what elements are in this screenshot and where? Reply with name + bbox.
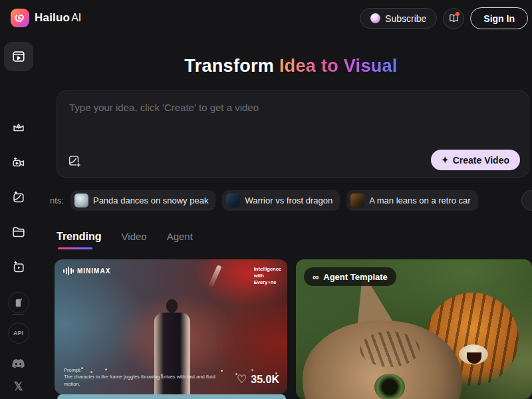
brand-logo[interactable]: HailuoAI xyxy=(11,9,81,27)
video-camera-sparkle-icon xyxy=(11,156,26,170)
card-art xyxy=(166,299,178,313)
brand-name: HailuoAI xyxy=(35,11,81,25)
prompt-chip-panda[interactable]: Panda dances on snowy peak xyxy=(70,190,215,211)
tagline-line: Every●ne xyxy=(254,279,281,286)
sign-in-label: Sign In xyxy=(483,13,515,24)
image-sparkle-icon xyxy=(11,190,26,205)
x-twitter-icon: 𝕏 xyxy=(14,380,23,394)
prompt-text: The character in the frame juggles throw… xyxy=(64,374,223,388)
prompts-label-partial: nts: xyxy=(50,196,64,205)
sidebar-item-create-image[interactable] xyxy=(0,190,37,205)
agent-template-badge[interactable]: ∞ Agent Template xyxy=(304,267,396,286)
tagline-line: with xyxy=(254,273,281,279)
chip-label: Panda dances on snowy peak xyxy=(93,196,208,205)
chip-thumbnail xyxy=(350,194,364,207)
tagline-line: Intelligence xyxy=(254,266,281,273)
sidebar-social-discord[interactable] xyxy=(0,358,37,369)
agent-template-card[interactable]: ∞ Agent Template xyxy=(296,259,532,399)
sidebar-social-x[interactable]: 𝕏 xyxy=(0,380,37,394)
brand-text: Hailuo xyxy=(35,11,70,24)
header-actions: Subscribe Sign In xyxy=(360,7,528,29)
audio-wave-icon xyxy=(63,267,74,275)
title-gradient: Idea to Visual xyxy=(279,56,398,76)
api-badge: API xyxy=(8,323,29,344)
tab-video[interactable]: Video xyxy=(122,231,147,249)
crown-icon xyxy=(11,120,26,134)
minimax-tagline: Intelligence with Every●ne xyxy=(254,266,281,286)
minimax-logo: MINIMAX xyxy=(63,267,110,275)
feed-tabs: Trending Video Agent xyxy=(57,231,193,249)
prompt-suggestions: nts: Panda dances on snowy peak Warrior … xyxy=(50,190,532,211)
video-prompt-caption: Prompt: The character in the frame juggl… xyxy=(64,367,223,388)
heart-icon: ♡ xyxy=(237,372,247,386)
prompt-label: Prompt: xyxy=(64,367,223,374)
sidebar-item-api[interactable]: API xyxy=(0,323,37,344)
sidebar-item-premium[interactable] xyxy=(0,120,37,134)
chip-label: Warrior vs frost dragon xyxy=(245,196,332,205)
active-tab-underline xyxy=(58,247,92,249)
chip-label: A man leans on a retro car xyxy=(369,196,470,205)
like-count-value: 35.0K xyxy=(251,374,279,386)
minimax-label: MINIMAX xyxy=(77,267,110,275)
hailuo-homepage: HailuoAI Subscribe Sign In xyxy=(0,0,532,399)
sparkle-icon: ✦ xyxy=(442,155,449,165)
tab-trending[interactable]: Trending xyxy=(57,231,102,249)
sidebar-item-assets[interactable] xyxy=(0,225,37,239)
sidebar-item-home-videos[interactable] xyxy=(4,42,33,71)
agent-badge-label: Agent Template xyxy=(323,272,388,282)
page-title: Transform Idea to Visual xyxy=(50,56,532,76)
video-browser-icon xyxy=(11,49,26,64)
prompt-chip-retro-car[interactable]: A man leans on a retro car xyxy=(346,190,477,211)
chip-thumbnail xyxy=(74,194,88,207)
folder-icon xyxy=(11,225,26,239)
sidebar-item-templates[interactable] xyxy=(0,260,37,275)
like-count[interactable]: ♡ 35.0K xyxy=(237,372,279,386)
agent-loop-icon: ∞ xyxy=(313,272,319,282)
add-image-icon xyxy=(67,154,82,168)
card-art xyxy=(360,331,420,367)
discord-icon xyxy=(11,358,25,369)
tab-agent[interactable]: Agent xyxy=(167,231,193,249)
add-image-button[interactable] xyxy=(66,152,83,170)
sidebar-divider xyxy=(12,314,25,315)
sidebar: API 𝕏 ♪ xyxy=(0,37,37,399)
shell-icon xyxy=(370,13,380,23)
template-video-sparkle-icon xyxy=(11,260,26,275)
sidebar-item-create-video[interactable] xyxy=(0,156,37,170)
notification-dot xyxy=(456,12,460,16)
card-art xyxy=(208,265,221,287)
create-video-button[interactable]: ✦ Create Video xyxy=(431,150,520,170)
next-card-peek[interactable] xyxy=(57,394,286,399)
tab-label: Video xyxy=(122,231,147,242)
brand-suffix: AI xyxy=(71,12,81,23)
video-card-juggler[interactable]: MINIMAX Intelligence with Every●ne Promp… xyxy=(55,259,287,394)
tab-label: Agent xyxy=(167,231,193,242)
sidebar-item-mobile-app[interactable] xyxy=(0,292,37,313)
subscribe-label: Subscribe xyxy=(385,13,426,24)
top-bar: HailuoAI Subscribe Sign In xyxy=(0,0,532,37)
idea-composer: ✦ Create Video xyxy=(57,90,529,178)
subscribe-button[interactable]: Subscribe xyxy=(360,8,437,29)
create-video-label: Create Video xyxy=(453,155,509,166)
tab-label: Trending xyxy=(57,231,102,242)
sign-in-button[interactable]: Sign In xyxy=(470,7,528,29)
hailuo-spiral-icon xyxy=(11,9,29,27)
card-art xyxy=(374,374,405,399)
title-plain: Transform xyxy=(184,56,279,76)
whats-new-button[interactable] xyxy=(443,8,464,29)
app-download-icon xyxy=(8,292,29,313)
prompt-chip-warrior[interactable]: Warrior vs frost dragon xyxy=(222,190,340,211)
chip-thumbnail xyxy=(226,194,240,207)
